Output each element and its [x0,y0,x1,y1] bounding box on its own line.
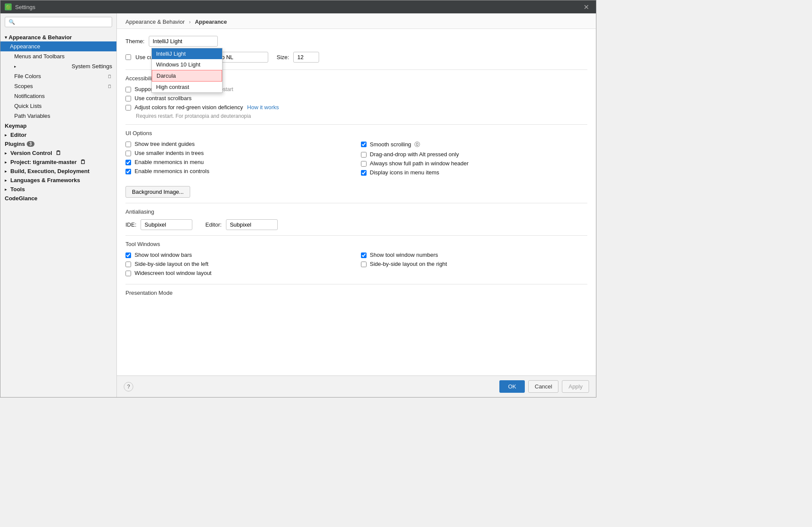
bottom-right: OK Cancel Apply [499,380,589,393]
side-by-side-right-label: Side-by-side layout on the right [370,261,447,267]
search-box [0,13,116,31]
copy-icon: 🗒 [56,150,61,156]
chevron-right-icon: ▸ [5,169,7,174]
mnemonics-menu-checkbox[interactable] [125,160,131,165]
sidebar-item-scopes[interactable]: Scopes 🗒 [0,81,116,91]
smooth-scrolling-checkbox[interactable] [361,142,367,147]
tool-windows-title: Tool Windows [125,241,587,247]
show-bars-label: Show tool window bars [135,252,192,258]
cancel-button[interactable]: Cancel [528,380,558,393]
side-by-side-left-checkbox[interactable] [125,262,131,267]
breadcrumb-current: Appearance [195,19,227,25]
ide-antialiasing-wrapper: Subpixel Greyscale None [141,219,192,230]
sidebar-item-codeglance[interactable]: CodeGlance [0,193,116,202]
sidebar-nav: ▾ Appearance & Behavior Appearance Menus… [0,31,116,397]
sidebar-item-editor[interactable]: ▸ Editor [0,130,116,139]
contrast-scrollbars-checkbox[interactable] [125,96,131,101]
sidebar-item-project[interactable]: ▸ Project: tigramite-master 🗒 [0,157,116,166]
sidebar-item-quick-lists[interactable]: Quick Lists [0,101,116,111]
divider-presentation [125,284,587,284]
smooth-scrolling-help-icon[interactable]: ⓪ [414,141,420,148]
sidebar: ▾ Appearance & Behavior Appearance Menus… [0,13,117,397]
widescreen-label: Widescreen tool window layout [135,270,211,276]
sidebar-item-plugins[interactable]: Plugins 3 [0,139,116,148]
mnemonics-controls-row: Enable mnemonics in controls [125,168,352,174]
theme-dropdown-wrapper: IntelliJ Light Windows 10 Light Darcula … [149,36,218,47]
show-bars-checkbox[interactable] [125,252,131,258]
ide-antialiasing-select[interactable]: Subpixel Greyscale None [141,219,192,230]
side-by-side-left-row: Side-by-side layout on the left [125,261,352,267]
theme-row: Theme: IntelliJ Light Windows 10 Light D… [125,36,587,47]
screen-readers-checkbox[interactable] [125,87,131,92]
sidebar-item-appearance[interactable]: Appearance [0,41,116,51]
sidebar-item-system-settings[interactable]: ▸ System Settings [0,61,116,71]
help-button[interactable]: ? [124,382,133,391]
divider-antialiasing [125,203,587,203]
close-button[interactable]: ✕ [581,2,592,12]
chevron-right-icon: ▸ [5,160,7,164]
editor-antialiasing-select[interactable]: Subpixel Greyscale None [226,219,278,230]
color-deficiency-row: Adjust colors for red-green vision defic… [125,104,587,110]
sidebar-item-path-variables[interactable]: Path Variables [0,111,116,121]
app-icon: 🟢 [5,3,12,10]
display-icons-checkbox[interactable] [361,170,367,176]
side-by-side-right-checkbox[interactable] [361,262,367,267]
side-by-side-right-row: Side-by-side layout on the right [361,261,588,267]
tool-windows-col1: Show tool window bars Side-by-side layou… [125,252,352,279]
sidebar-item-file-colors[interactable]: File Colors 🗒 [0,71,116,81]
sidebar-item-menus-toolbars[interactable]: Menus and Toolbars [0,51,116,61]
drag-drop-alt-checkbox[interactable] [361,152,367,158]
widescreen-row: Widescreen tool window layout [125,270,352,276]
full-path-header-label: Always show full path in window header [370,160,469,167]
sidebar-item-languages[interactable]: ▸ Languages & Frameworks [0,175,116,184]
plugins-badge: 3 [27,141,34,147]
theme-option-windows-10-light[interactable]: Windows 10 Light [152,59,222,70]
drag-drop-alt-label: Drag-and-drop with Alt pressed only [370,151,459,158]
color-deficiency-label: Adjust colors for red-green vision defic… [135,104,279,110]
search-input[interactable] [5,17,112,27]
show-bars-row: Show tool window bars [125,252,352,258]
apply-button[interactable]: Apply [562,380,589,393]
how-it-works-link[interactable]: How it works [247,104,279,110]
settings-window: 🟢 Settings ✕ ▾ Appearance & Behavior App… [0,0,596,398]
sidebar-item-keymap[interactable]: Keymap [0,121,116,130]
ui-options-grid: Show tree indent guides Use smaller inde… [125,141,587,178]
ok-button[interactable]: OK [499,380,525,393]
mnemonics-controls-checkbox[interactable] [125,169,131,174]
widescreen-checkbox[interactable] [125,271,131,276]
full-path-header-checkbox[interactable] [361,161,367,167]
bottom-left: ? [124,382,133,391]
presentation-mode-title: Presentation Mode [125,290,587,296]
sidebar-item-notifications[interactable]: Notifications [0,91,116,101]
color-deficiency-subnote: Requires restart. For protanopia and deu… [136,113,587,119]
smaller-indents-checkbox[interactable] [125,151,131,156]
sidebar-item-build[interactable]: ▸ Build, Execution, Deployment [0,166,116,175]
ui-col-2: Smooth scrolling ⓪ Drag-and-drop with Al… [361,141,588,178]
theme-option-darcula[interactable]: Darcula [152,70,222,82]
side-by-side-left-label: Side-by-side layout on the left [135,261,208,267]
breadcrumb-separator: › [189,19,191,25]
sidebar-item-appearance-behavior[interactable]: ▾ Appearance & Behavior [0,32,116,41]
theme-option-intellij-light[interactable]: IntelliJ Light [152,48,222,59]
use-custom-font-checkbox[interactable] [125,54,131,60]
size-select[interactable]: 12 [293,52,319,63]
sidebar-item-tools[interactable]: ▸ Tools [0,184,116,193]
theme-dropdown-popup: IntelliJ Light Windows 10 Light Darcula … [151,48,223,93]
window-title: Settings [15,4,35,10]
ui-options-title: UI Options [125,130,587,136]
smaller-indents-label: Use smaller indents in trees [135,150,204,156]
background-image-button[interactable]: Background Image... [125,186,190,198]
sidebar-group-label: Appearance & Behavior [9,34,72,41]
ui-col-1: Show tree indent guides Use smaller inde… [125,141,352,178]
content-area: ▾ Appearance & Behavior Appearance Menus… [0,13,596,397]
theme-option-high-contrast[interactable]: High contrast [152,82,222,92]
color-deficiency-checkbox[interactable] [125,105,131,110]
theme-dropdown[interactable]: IntelliJ Light Windows 10 Light Darcula … [149,36,218,47]
breadcrumb: Appearance & Behavior › Appearance [117,13,596,29]
chevron-right-icon: ▸ [5,133,7,137]
show-numbers-checkbox[interactable] [361,252,367,258]
sidebar-item-version-control[interactable]: ▸ Version Control 🗒 [0,148,116,157]
theme-label: Theme: [125,38,144,44]
size-label: Size: [277,54,289,60]
tree-indent-checkbox[interactable] [125,142,131,147]
